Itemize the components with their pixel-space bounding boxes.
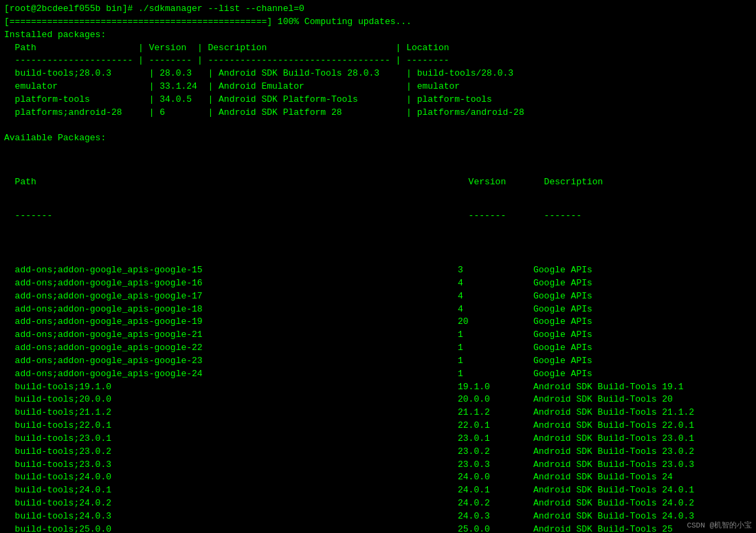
available-col-headers: PathVersionDescription — [4, 176, 752, 189]
avail-row-path: add-ons;addon-google_apis-google-21 — [4, 329, 458, 342]
avail-row-path: build-tools;24.0.2 — [4, 497, 458, 510]
available-row-10: build-tools;20.0.020.0.0Android SDK Buil… — [4, 393, 752, 406]
avail-row-version: 20 — [458, 316, 533, 329]
avail-row-version: 1 — [458, 368, 533, 381]
avail-row-path: add-ons;addon-google_apis-google-23 — [4, 355, 458, 368]
installed-row-0: build-tools;28.0.3 | 28.0.3 | Android SD… — [4, 67, 752, 80]
available-row-19: build-tools;24.0.324.0.3Android SDK Buil… — [4, 510, 752, 523]
avail-row-path: build-tools;24.0.0 — [4, 471, 458, 484]
avail-path-sep: ------- — [15, 210, 469, 223]
location-col-label: Location — [406, 43, 449, 53]
avail-row-version: 24.0.1 — [458, 484, 533, 497]
avail-desc-col: Description — [544, 177, 603, 187]
avail-desc-sep: ------- — [544, 210, 582, 221]
version-col-label: Version — [149, 43, 192, 53]
avail-row-path: add-ons;addon-google_apis-google-18 — [4, 303, 458, 316]
avail-row-desc: Google APIs — [533, 304, 592, 314]
available-row-17: build-tools;24.0.124.0.1Android SDK Buil… — [4, 484, 752, 497]
available-row-15: build-tools;23.0.323.0.3Android SDK Buil… — [4, 459, 752, 472]
watermark: CSDN @机智的小宝 — [687, 520, 752, 530]
avail-row-desc: Android SDK Build-Tools 20 — [533, 394, 673, 404]
avail-row-desc: Android SDK Build-Tools 24 — [533, 472, 673, 482]
available-header: Available Packages: — [4, 132, 752, 145]
avail-row-path: build-tools;23.0.2 — [4, 446, 458, 459]
avail-row-desc: Android SDK Build-Tools 21.1.2 — [533, 407, 694, 417]
available-row-5: add-ons;addon-google_apis-google-211Goog… — [4, 329, 752, 342]
avail-row-path: add-ons;addon-google_apis-google-19 — [4, 316, 458, 329]
avail-row-path: build-tools;22.0.1 — [4, 420, 458, 433]
avail-row-desc: Google APIs — [533, 342, 592, 353]
avail-row-version: 24.0.2 — [458, 497, 533, 510]
available-row-2: add-ons;addon-google_apis-google-174Goog… — [4, 290, 752, 303]
available-row-1: add-ons;addon-google_apis-google-164Goog… — [4, 277, 752, 290]
installed-header: Installed packages: — [4, 29, 752, 42]
avail-row-desc: Google APIs — [533, 369, 592, 379]
avail-row-desc: Google APIs — [533, 265, 592, 275]
avail-row-path: build-tools;24.0.1 — [4, 484, 458, 497]
avail-version-sep: ------- — [469, 210, 544, 223]
avail-row-desc: Android SDK Build-Tools 24.0.2 — [533, 498, 694, 508]
avail-row-path: add-ons;addon-google_apis-google-17 — [4, 290, 458, 303]
blank-line-1 — [4, 120, 752, 133]
avail-row-version: 4 — [458, 303, 533, 316]
path-col-label: Path — [15, 43, 133, 53]
avail-row-path: add-ons;addon-google_apis-google-16 — [4, 277, 458, 290]
avail-row-desc: Android SDK Build-Tools 19.1 — [533, 382, 683, 392]
avail-row-desc: Android SDK Build-Tools 23.0.2 — [533, 446, 694, 457]
avail-row-version: 25.0.0 — [458, 523, 533, 533]
available-row-7: add-ons;addon-google_apis-google-231Goog… — [4, 355, 752, 368]
available-row-3: add-ons;addon-google_apis-google-184Goog… — [4, 303, 752, 316]
avail-row-desc: Google APIs — [533, 329, 592, 340]
avail-row-path: build-tools;21.1.2 — [4, 406, 458, 420]
available-row-6: add-ons;addon-google_apis-google-221Goog… — [4, 342, 752, 355]
installed-col-headers: Path | Version | Description | Location — [4, 42, 752, 55]
avail-row-desc: Android SDK Build-Tools 23.0.1 — [533, 433, 694, 444]
avail-row-desc: Google APIs — [533, 278, 592, 288]
installed-row-1: emulator | 33.1.24 | Android Emulator | … — [4, 80, 752, 94]
available-row-0: add-ons;addon-google_apis-google-153Goog… — [4, 264, 752, 277]
avail-row-path: add-ons;addon-google_apis-google-24 — [4, 368, 458, 381]
prompt-line: [root@2bcdeelf055b bin]# ./sdkmanager --… — [4, 3, 752, 16]
avail-row-version: 19.1.0 — [458, 381, 533, 394]
installed-row-2: platform-tools | 34.0.5 | Android SDK Pl… — [4, 94, 752, 107]
available-row-18: build-tools;24.0.224.0.2Android SDK Buil… — [4, 497, 752, 510]
avail-row-desc: Google APIs — [533, 291, 592, 301]
avail-row-version: 24.0.0 — [458, 471, 533, 484]
avail-row-version: 1 — [458, 342, 533, 355]
avail-row-version: 23.0.1 — [458, 433, 533, 446]
terminal-window: [root@2bcdeelf055b bin]# ./sdkmanager --… — [0, 0, 756, 533]
available-row-8: add-ons;addon-google_apis-google-241Goog… — [4, 368, 752, 381]
available-row-11: build-tools;21.1.221.1.2Android SDK Buil… — [4, 406, 752, 420]
separator-line: [=======================================… — [4, 16, 752, 29]
available-row-12: build-tools;22.0.122.0.1Android SDK Buil… — [4, 420, 752, 433]
avail-row-path: build-tools;23.0.1 — [4, 433, 458, 446]
available-row-20: build-tools;25.0.025.0.0Android SDK Buil… — [4, 523, 752, 533]
avail-row-path: build-tools;25.0.0 — [4, 523, 458, 533]
available-col-sep: --------------------- — [4, 210, 752, 223]
avail-row-version: 23.0.2 — [458, 446, 533, 459]
avail-row-desc: Android SDK Build-Tools 23.0.3 — [533, 459, 694, 470]
avail-row-path: build-tools;19.1.0 — [4, 381, 458, 394]
avail-row-path: add-ons;addon-google_apis-google-15 — [4, 264, 458, 277]
avail-row-version: 22.0.1 — [458, 420, 533, 433]
avail-row-version: 4 — [458, 277, 533, 290]
available-row-4: add-ons;addon-google_apis-google-1920Goo… — [4, 316, 752, 329]
desc-col-label: Description — [208, 43, 390, 53]
avail-row-path: build-tools;20.0.0 — [4, 393, 458, 406]
avail-row-version: 21.1.2 — [458, 406, 533, 420]
avail-row-desc: Android SDK Build-Tools 25 — [533, 524, 673, 533]
installed-table-header: Path | Version | Description | Location … — [4, 42, 752, 68]
available-row-14: build-tools;23.0.223.0.2Android SDK Buil… — [4, 446, 752, 459]
installed-rows: build-tools;28.0.3 | 28.0.3 | Android SD… — [4, 67, 752, 119]
avail-row-path: build-tools;24.0.3 — [4, 510, 458, 523]
installed-col-sep: ---------------------- | -------- | ----… — [4, 54, 752, 67]
avail-row-version: 4 — [458, 290, 533, 303]
avail-row-desc: Google APIs — [533, 316, 592, 327]
avail-row-version: 20.0.0 — [458, 393, 533, 406]
installed-row-3: platforms;android-28 | 6 | Android SDK P… — [4, 107, 752, 120]
avail-row-version: 23.0.3 — [458, 459, 533, 472]
avail-row-desc: Android SDK Build-Tools 24.0.3 — [533, 511, 694, 521]
avail-row-version: 24.0.3 — [458, 510, 533, 523]
available-row-13: build-tools;23.0.123.0.1Android SDK Buil… — [4, 433, 752, 446]
available-rows-container: add-ons;addon-google_apis-google-153Goog… — [4, 264, 752, 533]
